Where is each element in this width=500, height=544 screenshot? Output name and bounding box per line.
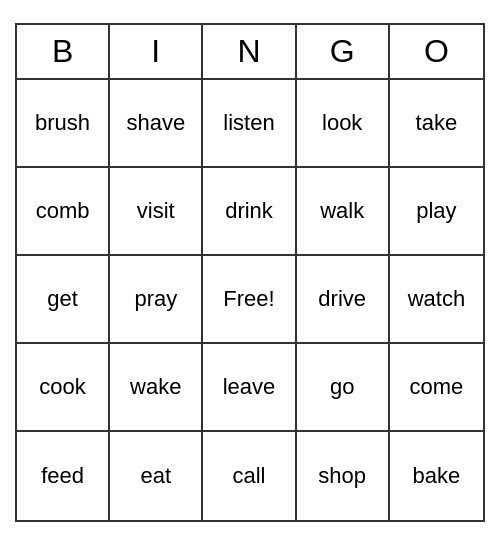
cell-r3-c1: wake bbox=[110, 344, 203, 432]
cell-r1-c2: drink bbox=[203, 168, 296, 256]
cell-r0-c2: listen bbox=[203, 80, 296, 168]
cell-r0-c1: shave bbox=[110, 80, 203, 168]
bingo-card: BINGO brushshavelistenlooktakecombvisitd… bbox=[15, 23, 485, 522]
header-letter-o: O bbox=[390, 25, 483, 78]
cell-r0-c4: take bbox=[390, 80, 483, 168]
cell-r1-c0: comb bbox=[17, 168, 110, 256]
cell-r3-c0: cook bbox=[17, 344, 110, 432]
cell-r2-c2: Free! bbox=[203, 256, 296, 344]
cell-r3-c3: go bbox=[297, 344, 390, 432]
cell-r4-c3: shop bbox=[297, 432, 390, 520]
cell-r4-c0: feed bbox=[17, 432, 110, 520]
cell-r2-c3: drive bbox=[297, 256, 390, 344]
cell-r3-c4: come bbox=[390, 344, 483, 432]
cell-r0-c0: brush bbox=[17, 80, 110, 168]
cell-r4-c2: call bbox=[203, 432, 296, 520]
cell-r1-c4: play bbox=[390, 168, 483, 256]
cell-r2-c1: pray bbox=[110, 256, 203, 344]
header-letter-i: I bbox=[110, 25, 203, 78]
cell-r2-c0: get bbox=[17, 256, 110, 344]
cell-r4-c4: bake bbox=[390, 432, 483, 520]
header-letter-n: N bbox=[203, 25, 296, 78]
bingo-grid: brushshavelistenlooktakecombvisitdrinkwa… bbox=[17, 80, 483, 520]
header-letter-g: G bbox=[297, 25, 390, 78]
cell-r1-c3: walk bbox=[297, 168, 390, 256]
cell-r2-c4: watch bbox=[390, 256, 483, 344]
header-letter-b: B bbox=[17, 25, 110, 78]
cell-r1-c1: visit bbox=[110, 168, 203, 256]
bingo-header: BINGO bbox=[17, 25, 483, 80]
cell-r0-c3: look bbox=[297, 80, 390, 168]
cell-r4-c1: eat bbox=[110, 432, 203, 520]
cell-r3-c2: leave bbox=[203, 344, 296, 432]
